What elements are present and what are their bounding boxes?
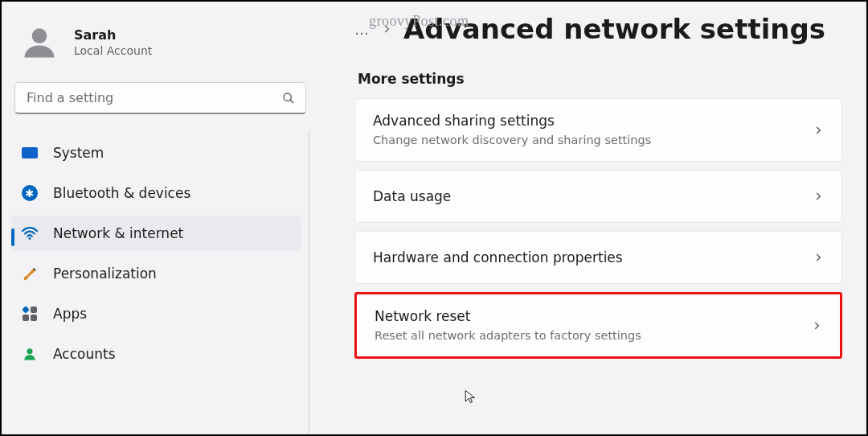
card-hardware-properties[interactable]: Hardware and connection properties: [354, 231, 842, 284]
wifi-icon: [21, 224, 39, 242]
user-subtitle: Local Account: [74, 43, 152, 58]
sidebar-item-personalization[interactable]: Personalization: [11, 256, 301, 291]
sidebar-item-label: Network & internet: [53, 225, 183, 241]
card-body: Network reset Reset all network adapters…: [375, 307, 811, 343]
chevron-right-icon: [813, 125, 824, 136]
user-name: Sarah: [74, 27, 152, 44]
mouse-cursor-icon: [464, 389, 478, 404]
chevron-right-icon: [811, 320, 822, 331]
sidebar-item-label: Personalization: [53, 265, 157, 282]
svg-point-1: [284, 93, 291, 101]
breadcrumb-dots[interactable]: …: [354, 21, 370, 38]
card-title: Network reset: [375, 307, 811, 326]
chevron-right-icon: [813, 191, 824, 202]
card-title: Data usage: [373, 187, 813, 206]
apps-icon: [21, 305, 39, 323]
sidebar-item-label: Accounts: [53, 346, 116, 362]
chevron-right-icon: [381, 23, 392, 35]
card-advanced-sharing[interactable]: Advanced sharing settings Change network…: [354, 98, 842, 162]
accounts-icon: [21, 345, 39, 363]
card-network-reset[interactable]: Network reset Reset all network adapters…: [354, 292, 842, 359]
sidebar-item-system[interactable]: System: [11, 135, 301, 171]
card-body: Data usage: [373, 187, 813, 206]
sidebar-item-bluetooth[interactable]: ✱ Bluetooth & devices: [11, 175, 301, 211]
main-content: groovyPost.com … Advanced network settin…: [319, 2, 866, 434]
card-title: Advanced sharing settings: [373, 112, 813, 130]
svg-point-4: [27, 348, 33, 354]
sidebar-item-network[interactable]: Network & internet: [11, 216, 301, 251]
user-account-row[interactable]: Sarah Local Account: [11, 16, 309, 79]
section-heading: More settings: [358, 71, 842, 87]
svg-point-3: [29, 237, 31, 240]
search-box[interactable]: [14, 82, 306, 114]
card-title: Hardware and connection properties: [373, 249, 813, 267]
sidebar: Sarah Local Account System ✱ Bluetooth &…: [2, 2, 319, 434]
user-text: Sarah Local Account: [74, 27, 152, 59]
sidebar-item-apps[interactable]: Apps: [11, 296, 301, 331]
search-icon: [282, 92, 295, 105]
svg-line-2: [290, 100, 293, 103]
card-subtitle: Change network discovery and sharing set…: [373, 132, 813, 148]
breadcrumb: … Advanced network settings: [354, 13, 842, 45]
search-input[interactable]: [14, 82, 306, 114]
card-body: Hardware and connection properties: [373, 249, 813, 267]
system-icon: [21, 144, 39, 162]
avatar-icon: [18, 21, 61, 64]
sidebar-item-accounts[interactable]: Accounts: [11, 336, 301, 372]
card-body: Advanced sharing settings Change network…: [373, 112, 813, 148]
sidebar-item-label: Apps: [53, 306, 87, 322]
sidebar-item-label: System: [53, 145, 104, 161]
page-title: Advanced network settings: [403, 13, 825, 45]
paintbrush-icon: [21, 265, 39, 282]
bluetooth-icon: ✱: [21, 184, 39, 202]
chevron-right-icon: [813, 252, 824, 263]
settings-window: Sarah Local Account System ✱ Bluetooth &…: [0, 0, 868, 436]
sidebar-item-label: Bluetooth & devices: [53, 185, 190, 201]
card-data-usage[interactable]: Data usage: [354, 170, 842, 223]
selection-indicator: [11, 228, 14, 246]
svg-point-0: [32, 28, 47, 43]
card-subtitle: Reset all network adapters to factory se…: [375, 327, 811, 343]
sidebar-nav: System ✱ Bluetooth & devices Network & i…: [11, 130, 309, 434]
